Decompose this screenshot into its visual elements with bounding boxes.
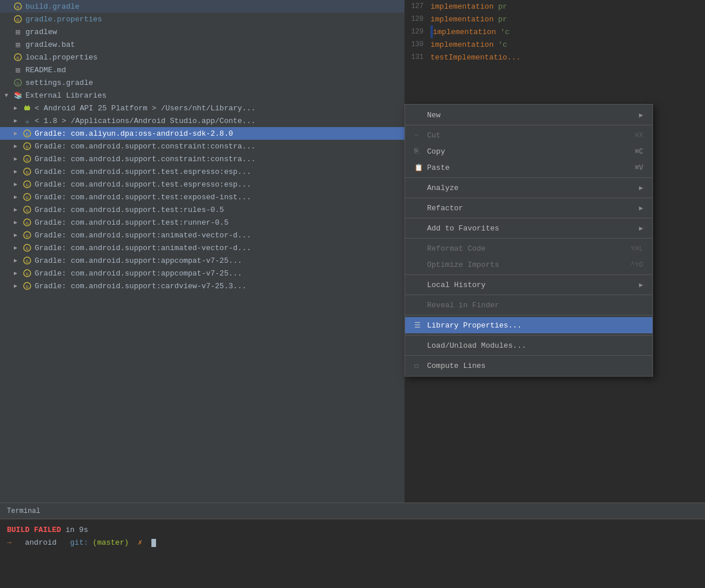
svg-text:G: G bbox=[26, 183, 29, 188]
svg-text:G: G bbox=[26, 170, 29, 175]
tree-item-android-api25[interactable]: ▶< Android API 25 Platform > /Users/nht/… bbox=[0, 102, 405, 114]
code-line-129: 129 implementation 'c bbox=[405, 25, 705, 38]
tree-label-gradle-animated1: Gradle: com.android.support:animated-vec… bbox=[35, 231, 251, 240]
terminal-android bbox=[16, 538, 21, 547]
tree-item-gradlew[interactable]: ▤gradlew bbox=[0, 25, 405, 38]
tree-icon-gradle-aliyun: G bbox=[22, 129, 32, 138]
menu-icon-libprops: ☰ bbox=[414, 321, 425, 330]
menu-label-copy: Copy bbox=[427, 147, 445, 156]
tree-label-gradle-appcompat2: Gradle: com.android.support:appcompat-v7… bbox=[35, 269, 242, 278]
tree-item-gradle-animated1[interactable]: ▶GGradle: com.android.support:animated-v… bbox=[0, 229, 405, 241]
tree-item-gradle-exposed[interactable]: ▶GGradle: com.android.support.test:expos… bbox=[0, 191, 405, 203]
svg-text:G: G bbox=[26, 233, 29, 239]
svg-text:G: G bbox=[17, 5, 20, 10]
tree-label-gradle-aliyun: Gradle: com.aliyun.dpa:oss-android-sdk-2… bbox=[35, 129, 233, 138]
tree-arrow-external-libraries: ▼ bbox=[5, 92, 13, 99]
tree-item-settings-gradle[interactable]: Gsettings.gradle bbox=[0, 76, 405, 89]
menu-item-paste[interactable]: 📋Paste⌘V bbox=[405, 159, 652, 176]
menu-item-copy[interactable]: ⎘Copy⌘C bbox=[405, 143, 652, 159]
tree-icon-gradle-appcompat1: G bbox=[22, 256, 32, 265]
tree-icon-gradle-animated2: G bbox=[22, 243, 32, 252]
menu-shortcut-optimize: ^⌥O bbox=[630, 260, 643, 269]
tree-item-gradle-cardview[interactable]: ▶GGradle: com.android.support:cardview-v… bbox=[0, 280, 405, 292]
tree-item-readme-md[interactable]: ▤README.md bbox=[0, 64, 405, 76]
terminal-panel: Terminal BUILD FAILED in 9s → android gi… bbox=[0, 503, 705, 588]
menu-item-loadunload[interactable]: Load/Unload Modules... bbox=[405, 337, 652, 353]
tree-icon-gradle-appcompat2: G bbox=[22, 269, 32, 278]
terminal-body: BUILD FAILED in 9s → android git: (maste… bbox=[0, 519, 705, 554]
menu-label-localhistory: Local History bbox=[427, 281, 485, 289]
svg-text:G: G bbox=[17, 17, 20, 23]
tree-label-gradle-properties: gradle.properties bbox=[25, 15, 102, 24]
tree-icon-settings-gradle: G bbox=[13, 78, 23, 87]
svg-text:G: G bbox=[26, 144, 29, 150]
tree-label-gradlew: gradlew bbox=[25, 28, 57, 36]
tree-icon-android-api25 bbox=[22, 103, 32, 113]
tree-item-java18[interactable]: ▶☕< 1.8 > /Applications/Android Studio.a… bbox=[0, 114, 405, 127]
tree-item-gradle-runner[interactable]: ▶GGradle: com.android.support.test:runne… bbox=[0, 216, 405, 229]
svg-rect-8 bbox=[24, 106, 30, 110]
tree-item-gradle-espresso2[interactable]: ▶GGradle: com.android.support.test.espre… bbox=[0, 178, 405, 191]
line-number-127: 127 bbox=[405, 2, 431, 10]
terminal-branch: (master) bbox=[92, 538, 128, 547]
tree-icon-local-properties: G bbox=[13, 53, 23, 62]
line-number-131: 131 bbox=[405, 53, 431, 61]
tree-icon-build-gradle: G bbox=[13, 2, 23, 11]
tree-item-gradle-properties[interactable]: Ggradle.properties bbox=[0, 13, 405, 25]
svg-text:G: G bbox=[26, 157, 29, 162]
menu-item-computelines[interactable]: ☐Compute Lines bbox=[405, 358, 652, 374]
svg-text:G: G bbox=[26, 271, 29, 277]
svg-text:G: G bbox=[26, 259, 29, 264]
tree-arrow-gradle-animated2: ▶ bbox=[14, 244, 22, 251]
menu-item-new[interactable]: New▶ bbox=[405, 107, 652, 123]
terminal-line-1: BUILD FAILED in 9s bbox=[7, 524, 698, 537]
menu-label-computelines: Compute Lines bbox=[427, 362, 485, 370]
svg-point-9 bbox=[25, 105, 27, 106]
tree-label-gradle-constraint1: Gradle: com.android.support.constraint:c… bbox=[35, 142, 255, 151]
menu-item-libprops[interactable]: ☰Library Properties... bbox=[405, 317, 652, 333]
menu-separator-sep3 bbox=[405, 198, 652, 198]
tree-item-gradle-constraint2[interactable]: ▶GGradle: com.android.support.constraint… bbox=[0, 152, 405, 165]
tree-icon-gradle-espresso2: G bbox=[22, 180, 32, 189]
menu-icon-copy: ⎘ bbox=[414, 147, 425, 155]
tree-item-gradle-rules[interactable]: ▶GGradle: com.android.support.test:rules… bbox=[0, 203, 405, 216]
tree-item-gradle-aliyun[interactable]: ▶GGradle: com.aliyun.dpa:oss-android-sdk… bbox=[0, 127, 405, 140]
tree-icon-gradle-properties: G bbox=[13, 14, 23, 24]
menu-label-reveal: Reveal in Finder bbox=[427, 301, 499, 310]
tree-icon-readme-md: ▤ bbox=[13, 65, 23, 75]
menu-label-new: New bbox=[427, 111, 440, 120]
tree-item-build-gradle[interactable]: Gbuild.gradle bbox=[0, 0, 405, 13]
tree-item-gradle-animated2[interactable]: ▶GGradle: com.android.support:animated-v… bbox=[0, 241, 405, 254]
svg-text:G: G bbox=[17, 81, 20, 86]
tree-arrow-gradle-appcompat1: ▶ bbox=[14, 257, 22, 264]
terminal-android-label: android bbox=[25, 538, 57, 547]
menu-icon-paste: 📋 bbox=[414, 163, 425, 172]
menu-icon-cut: ✂ bbox=[414, 131, 425, 140]
tree-arrow-gradle-constraint1: ▶ bbox=[14, 143, 22, 150]
tree-item-local-properties[interactable]: Glocal.properties bbox=[0, 51, 405, 64]
menu-separator-sep2 bbox=[405, 177, 652, 178]
tree-item-gradlew-bat[interactable]: ▤gradlew.bat bbox=[0, 38, 405, 51]
menu-shortcut-reformat: ⌥⌘L bbox=[630, 244, 643, 253]
menu-item-reformat: Reformat Code⌥⌘L bbox=[405, 240, 652, 256]
tree-item-gradle-constraint1[interactable]: ▶GGradle: com.android.support.constraint… bbox=[0, 140, 405, 152]
tree-icon-external-libraries: 📚 bbox=[13, 91, 23, 100]
terminal-tab[interactable]: Terminal bbox=[0, 503, 705, 519]
tree-label-gradle-cardview: Gradle: com.android.support:cardview-v7-… bbox=[35, 282, 247, 291]
tree-item-external-libraries[interactable]: ▼📚External Libraries bbox=[0, 89, 405, 102]
menu-label-cut: Cut bbox=[427, 131, 440, 140]
menu-item-analyze[interactable]: Analyze▶ bbox=[405, 180, 652, 196]
tree-label-gradle-espresso1: Gradle: com.android.support.test.espress… bbox=[35, 168, 251, 176]
tree-icon-gradlew-bat: ▤ bbox=[13, 40, 23, 49]
tree-item-gradle-appcompat1[interactable]: ▶GGradle: com.android.support:appcompat-… bbox=[0, 254, 405, 267]
menu-item-favorites[interactable]: Add to Favorites▶ bbox=[405, 220, 652, 236]
svg-text:G: G bbox=[26, 195, 29, 200]
terminal-tab-label: Terminal bbox=[7, 507, 40, 515]
menu-item-localhistory[interactable]: Local History▶ bbox=[405, 277, 652, 293]
tree-item-gradle-appcompat2[interactable]: ▶GGradle: com.android.support:appcompat-… bbox=[0, 267, 405, 280]
tree-label-settings-gradle: settings.gradle bbox=[25, 79, 93, 87]
menu-arrow-refactor: ▶ bbox=[639, 204, 643, 213]
code-line-128: 128 implementation pr bbox=[405, 13, 705, 25]
menu-item-refactor[interactable]: Refactor▶ bbox=[405, 200, 652, 216]
tree-item-gradle-espresso1[interactable]: ▶GGradle: com.android.support.test.espre… bbox=[0, 165, 405, 178]
